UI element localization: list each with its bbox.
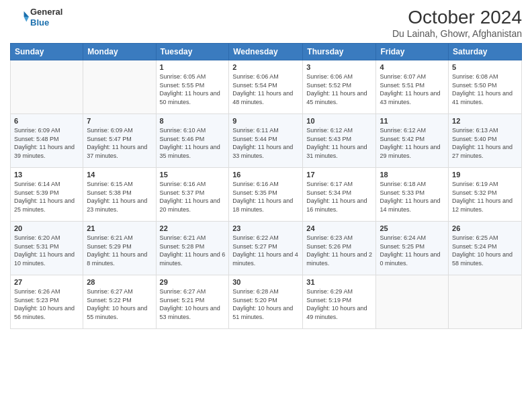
day-info: Sunrise: 6:16 AM Sunset: 5:37 PM Dayligh…: [160, 180, 226, 214]
weekday-header-row: SundayMondayTuesdayWednesdayThursdayFrid…: [11, 44, 522, 60]
day-info: Sunrise: 6:06 AM Sunset: 5:52 PM Dayligh…: [306, 73, 372, 106]
calendar-cell: 7Sunrise: 6:09 AM Sunset: 5:47 PM Daylig…: [83, 114, 156, 168]
day-number: 29: [160, 278, 226, 286]
day-info: Sunrise: 6:27 AM Sunset: 5:22 PM Dayligh…: [87, 287, 152, 321]
day-info: Sunrise: 6:07 AM Sunset: 5:51 PM Dayligh…: [380, 73, 445, 106]
day-info: Sunrise: 6:19 AM Sunset: 5:32 PM Dayligh…: [452, 180, 518, 214]
week-row-1: 1Sunrise: 6:05 AM Sunset: 5:55 PM Daylig…: [11, 60, 522, 114]
weekday-header-saturday: Saturday: [449, 44, 522, 60]
calendar-cell: 29Sunrise: 6:27 AM Sunset: 5:21 PM Dayli…: [156, 275, 229, 329]
day-number: 9: [232, 117, 299, 125]
page: General Blue October 2024 Du Lainah, Gho…: [0, 0, 532, 411]
weekday-header-tuesday: Tuesday: [156, 44, 229, 60]
day-number: 10: [306, 117, 372, 125]
calendar-cell: 27Sunrise: 6:26 AM Sunset: 5:23 PM Dayli…: [11, 275, 83, 329]
day-number: 21: [87, 224, 152, 232]
day-info: Sunrise: 6:21 AM Sunset: 5:28 PM Dayligh…: [160, 234, 226, 267]
calendar-cell: 24Sunrise: 6:23 AM Sunset: 5:26 PM Dayli…: [303, 222, 376, 275]
day-info: Sunrise: 6:20 AM Sunset: 5:31 PM Dayligh…: [14, 234, 79, 267]
day-info: Sunrise: 6:05 AM Sunset: 5:55 PM Dayligh…: [160, 73, 226, 106]
day-number: 19: [452, 171, 518, 179]
day-number: 25: [380, 224, 445, 232]
day-number: 4: [380, 63, 445, 71]
calendar-cell: 5Sunrise: 6:08 AM Sunset: 5:50 PM Daylig…: [449, 60, 522, 114]
day-number: 7: [87, 117, 152, 125]
day-number: 17: [306, 171, 372, 179]
day-info: Sunrise: 6:26 AM Sunset: 5:23 PM Dayligh…: [14, 287, 79, 321]
day-number: 8: [160, 117, 226, 125]
calendar-cell: 21Sunrise: 6:21 AM Sunset: 5:29 PM Dayli…: [83, 222, 156, 275]
calendar-cell: [11, 60, 83, 114]
day-info: Sunrise: 6:29 AM Sunset: 5:19 PM Dayligh…: [306, 287, 372, 321]
calendar-cell: 19Sunrise: 6:19 AM Sunset: 5:32 PM Dayli…: [449, 168, 522, 222]
calendar-cell: 17Sunrise: 6:17 AM Sunset: 5:34 PM Dayli…: [303, 168, 376, 222]
day-info: Sunrise: 6:10 AM Sunset: 5:46 PM Dayligh…: [160, 126, 226, 160]
day-info: Sunrise: 6:14 AM Sunset: 5:39 PM Dayligh…: [14, 180, 79, 214]
calendar-cell: 13Sunrise: 6:14 AM Sunset: 5:39 PM Dayli…: [11, 168, 83, 222]
week-row-2: 6Sunrise: 6:09 AM Sunset: 5:48 PM Daylig…: [11, 114, 522, 168]
day-info: Sunrise: 6:12 AM Sunset: 5:42 PM Dayligh…: [380, 126, 445, 160]
calendar-cell: 30Sunrise: 6:28 AM Sunset: 5:20 PM Dayli…: [229, 275, 303, 329]
day-info: Sunrise: 6:16 AM Sunset: 5:35 PM Dayligh…: [232, 180, 299, 214]
calendar-cell: 23Sunrise: 6:22 AM Sunset: 5:27 PM Dayli…: [229, 222, 303, 275]
calendar-table: SundayMondayTuesdayWednesdayThursdayFrid…: [10, 43, 522, 329]
logo-general: General: [30, 7, 62, 17]
svg-marker-0: [24, 11, 29, 16]
day-info: Sunrise: 6:12 AM Sunset: 5:43 PM Dayligh…: [306, 126, 372, 160]
day-info: Sunrise: 6:06 AM Sunset: 5:54 PM Dayligh…: [232, 73, 299, 106]
calendar-cell: 12Sunrise: 6:13 AM Sunset: 5:40 PM Dayli…: [449, 114, 522, 168]
calendar-cell: 16Sunrise: 6:16 AM Sunset: 5:35 PM Dayli…: [229, 168, 303, 222]
day-number: 3: [306, 63, 372, 71]
week-row-5: 27Sunrise: 6:26 AM Sunset: 5:23 PM Dayli…: [11, 275, 522, 329]
day-info: Sunrise: 6:09 AM Sunset: 5:47 PM Dayligh…: [87, 126, 152, 160]
calendar-cell: 3Sunrise: 6:06 AM Sunset: 5:52 PM Daylig…: [303, 60, 376, 114]
calendar-cell: 4Sunrise: 6:07 AM Sunset: 5:51 PM Daylig…: [376, 60, 449, 114]
day-info: Sunrise: 6:08 AM Sunset: 5:50 PM Dayligh…: [452, 73, 518, 106]
day-info: Sunrise: 6:21 AM Sunset: 5:29 PM Dayligh…: [87, 234, 152, 267]
logo: General Blue: [10, 7, 62, 28]
day-number: 24: [306, 224, 372, 232]
day-number: 15: [160, 171, 226, 179]
weekday-header-monday: Monday: [83, 44, 156, 60]
logo-text: General Blue: [30, 7, 62, 28]
title-block: October 2024 Du Lainah, Ghowr, Afghanist…: [392, 7, 522, 39]
weekday-header-thursday: Thursday: [303, 44, 376, 60]
calendar-cell: 14Sunrise: 6:15 AM Sunset: 5:38 PM Dayli…: [83, 168, 156, 222]
day-number: 27: [14, 278, 79, 286]
day-number: 1: [160, 63, 226, 71]
day-info: Sunrise: 6:15 AM Sunset: 5:38 PM Dayligh…: [87, 180, 152, 214]
calendar-cell: 11Sunrise: 6:12 AM Sunset: 5:42 PM Dayli…: [376, 114, 449, 168]
calendar-cell: [376, 275, 449, 329]
day-info: Sunrise: 6:24 AM Sunset: 5:25 PM Dayligh…: [380, 234, 445, 267]
logo-icon: [10, 8, 29, 27]
calendar-cell: 6Sunrise: 6:09 AM Sunset: 5:48 PM Daylig…: [11, 114, 83, 168]
day-info: Sunrise: 6:17 AM Sunset: 5:34 PM Dayligh…: [306, 180, 372, 214]
calendar-subtitle: Du Lainah, Ghowr, Afghanistan: [392, 28, 522, 39]
calendar-cell: 31Sunrise: 6:29 AM Sunset: 5:19 PM Dayli…: [303, 275, 376, 329]
calendar-cell: 25Sunrise: 6:24 AM Sunset: 5:25 PM Dayli…: [376, 222, 449, 275]
calendar-cell: 18Sunrise: 6:18 AM Sunset: 5:33 PM Dayli…: [376, 168, 449, 222]
calendar-cell: [449, 275, 522, 329]
day-number: 30: [232, 278, 299, 286]
weekday-header-wednesday: Wednesday: [229, 44, 303, 60]
header: General Blue October 2024 Du Lainah, Gho…: [10, 7, 522, 39]
calendar-cell: 9Sunrise: 6:11 AM Sunset: 5:44 PM Daylig…: [229, 114, 303, 168]
day-info: Sunrise: 6:13 AM Sunset: 5:40 PM Dayligh…: [452, 126, 518, 160]
calendar-cell: 22Sunrise: 6:21 AM Sunset: 5:28 PM Dayli…: [156, 222, 229, 275]
calendar-cell: 2Sunrise: 6:06 AM Sunset: 5:54 PM Daylig…: [229, 60, 303, 114]
calendar-cell: 28Sunrise: 6:27 AM Sunset: 5:22 PM Dayli…: [83, 275, 156, 329]
calendar-cell: 26Sunrise: 6:25 AM Sunset: 5:24 PM Dayli…: [449, 222, 522, 275]
calendar-title: October 2024: [392, 7, 522, 28]
day-number: 12: [452, 117, 518, 125]
calendar-cell: 15Sunrise: 6:16 AM Sunset: 5:37 PM Dayli…: [156, 168, 229, 222]
week-row-3: 13Sunrise: 6:14 AM Sunset: 5:39 PM Dayli…: [11, 168, 522, 222]
svg-marker-1: [24, 17, 29, 21]
day-info: Sunrise: 6:09 AM Sunset: 5:48 PM Dayligh…: [14, 126, 79, 160]
day-number: 28: [87, 278, 152, 286]
day-number: 31: [306, 278, 372, 286]
day-number: 2: [232, 63, 299, 71]
day-number: 13: [14, 171, 79, 179]
day-info: Sunrise: 6:18 AM Sunset: 5:33 PM Dayligh…: [380, 180, 445, 214]
calendar-cell: [83, 60, 156, 114]
weekday-header-friday: Friday: [376, 44, 449, 60]
